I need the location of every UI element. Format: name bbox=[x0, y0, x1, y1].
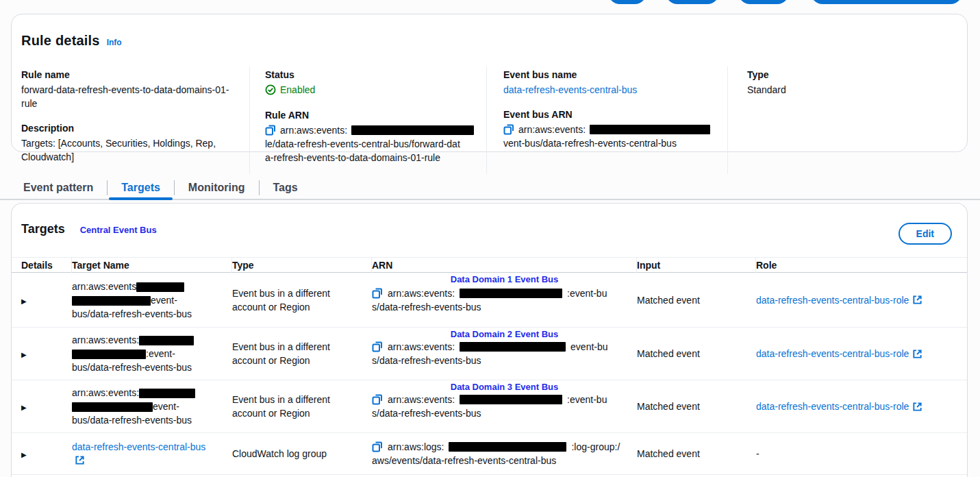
target-name-cell: arn:aws:events: event- bus/data-refresh-… bbox=[72, 386, 232, 427]
external-link-icon[interactable] bbox=[912, 349, 922, 359]
target-input-cell: Matched event bbox=[637, 295, 756, 306]
role-link[interactable]: data-refresh-events-central-bus-role bbox=[756, 295, 909, 306]
external-link-icon[interactable] bbox=[912, 402, 922, 412]
target-arn-cell: arn:aws:events::event-bu s/data-refresh-… bbox=[372, 286, 637, 314]
copy-icon[interactable] bbox=[265, 125, 276, 136]
column-rule-name-description: Rule name forward-data-refresh-events-to… bbox=[21, 66, 249, 174]
table-row: ▶ data-refresh-events-central-bus CloudW… bbox=[12, 433, 967, 475]
tab-event-pattern[interactable]: Event pattern bbox=[10, 175, 107, 200]
target-type-cell: Event bus in a different account or Regi… bbox=[232, 393, 372, 420]
redacted-text bbox=[460, 342, 566, 352]
column-header-target-name: Target Name bbox=[72, 257, 232, 273]
target-arn-cell: arn:aws:events::event-bu s/data-refresh-… bbox=[372, 393, 637, 420]
event-bus-name-link[interactable]: data-refresh-events-central-bus bbox=[503, 84, 637, 95]
event-bus-name-label: Event bus name bbox=[503, 68, 715, 82]
redacted-text bbox=[351, 125, 474, 135]
redacted-text bbox=[460, 395, 562, 404]
target-name-cell: data-refresh-events-central-bus bbox=[72, 440, 232, 467]
expand-row-button[interactable]: ▶ bbox=[21, 452, 27, 458]
column-event-bus: Event bus name data-refresh-events-centr… bbox=[486, 66, 727, 174]
target-arn-cell: arn:aws:logs::log-group:/ aws/events/dat… bbox=[372, 440, 637, 467]
column-header-details: Details bbox=[21, 257, 72, 273]
rule-details-title: Rule details bbox=[21, 33, 100, 49]
column-header-input: Input bbox=[637, 257, 756, 273]
redacted-text bbox=[139, 336, 194, 345]
external-link-icon[interactable] bbox=[75, 455, 85, 465]
column-header-type: Type bbox=[232, 257, 372, 273]
table-row: Data Domain 3 Event Bus ▶ arn:aws:events… bbox=[12, 380, 967, 433]
table-row: Data Domain 2 Event Bus ▶ arn:aws:events… bbox=[12, 328, 967, 380]
event-bus-arn-prefix: arn:aws:events: bbox=[518, 123, 586, 136]
targets-table: Details Target Name Type ARN Input Role … bbox=[12, 257, 967, 475]
status-badge: Enabled bbox=[265, 83, 315, 97]
targets-title: Targets bbox=[21, 222, 65, 236]
tab-tags[interactable]: Tags bbox=[260, 175, 312, 200]
table-header-row: Details Target Name Type ARN Input Role bbox=[12, 257, 967, 273]
target-role-cell: data-refresh-events-central-bus-role bbox=[756, 295, 967, 306]
column-header-arn: ARN bbox=[372, 257, 637, 273]
column-header-role: Role bbox=[756, 258, 967, 272]
rule-arn-line2: le/data-refresh-events-central-bus/forwa… bbox=[265, 137, 474, 151]
expand-row-button[interactable]: ▶ bbox=[21, 404, 27, 411]
annotation-data-domain-3: Data Domain 3 Event Bus bbox=[372, 382, 637, 392]
target-input-cell: Matched event bbox=[637, 401, 756, 412]
redacted-text bbox=[72, 402, 153, 412]
tab-targets[interactable]: Targets bbox=[108, 175, 174, 200]
target-name-link[interactable]: data-refresh-events-central-bus bbox=[72, 441, 205, 452]
cutoff-action-button-2[interactable] bbox=[666, 0, 719, 4]
external-link-icon[interactable] bbox=[912, 295, 922, 305]
copy-icon[interactable] bbox=[372, 288, 383, 299]
target-name-cell: arn:aws:events event- bus/data-refresh-e… bbox=[72, 280, 232, 321]
copy-icon[interactable] bbox=[372, 394, 383, 405]
cutoff-action-button-4[interactable] bbox=[811, 0, 962, 4]
copy-icon[interactable] bbox=[503, 124, 514, 135]
column-status-arn: Status Enabled Rule ARN arn:aws:events: … bbox=[249, 66, 486, 174]
type-value: Standard bbox=[747, 83, 955, 97]
tab-monitoring[interactable]: Monitoring bbox=[175, 175, 259, 200]
rule-arn-prefix: arn:aws:events: bbox=[280, 123, 347, 137]
status-value: Enabled bbox=[280, 83, 315, 97]
redacted-text bbox=[136, 282, 184, 292]
targets-panel: Targets Central Event Bus Edit Details T… bbox=[11, 203, 968, 477]
description-label: Description bbox=[21, 121, 237, 135]
target-type-cell: Event bus in a different account or Regi… bbox=[232, 286, 372, 314]
annotation-data-domain-2: Data Domain 2 Event Bus bbox=[372, 329, 637, 339]
edit-button[interactable]: Edit bbox=[899, 223, 952, 245]
rule-details-grid: Rule name forward-data-refresh-events-to… bbox=[21, 66, 967, 174]
target-arn-cell: arn:aws:events:event-bu s/data-refresh-e… bbox=[372, 340, 637, 367]
target-type-cell: Event bus in a different account or Regi… bbox=[232, 340, 372, 367]
cutoff-action-button-1[interactable] bbox=[608, 0, 646, 4]
expand-row-button[interactable]: ▶ bbox=[21, 352, 27, 358]
status-label: Status bbox=[265, 68, 474, 82]
target-type-cell: CloudWatch log group bbox=[232, 447, 372, 461]
role-link[interactable]: data-refresh-events-central-bus-role bbox=[756, 348, 909, 359]
rule-arn-line3: a-refresh-events-to-data-domains-01-rule bbox=[265, 151, 474, 164]
target-input-cell: Matched event bbox=[637, 348, 756, 359]
enabled-check-icon bbox=[265, 84, 276, 95]
cutoff-action-button-3[interactable] bbox=[738, 0, 789, 4]
target-role-cell: data-refresh-events-central-bus-role bbox=[756, 348, 967, 359]
role-link[interactable]: data-refresh-events-central-bus-role bbox=[756, 401, 909, 412]
rule-arn-label: Rule ARN bbox=[265, 108, 474, 122]
description-value: Targets: [Accounts, Securities, Holdings… bbox=[21, 136, 237, 164]
annotation-central-event-bus: Central Event Bus bbox=[80, 225, 157, 235]
rule-details-panel: Rule details Info Rule name forward-data… bbox=[11, 14, 968, 152]
column-type: Type Standard bbox=[727, 66, 967, 174]
redacted-text bbox=[460, 289, 562, 298]
type-label: Type bbox=[747, 68, 955, 82]
expand-row-button[interactable]: ▶ bbox=[21, 298, 27, 305]
rule-name-label: Rule name bbox=[21, 68, 237, 82]
copy-icon[interactable] bbox=[372, 341, 383, 352]
rule-name-value: forward-data-refresh-events-to-data-doma… bbox=[21, 83, 237, 110]
info-link[interactable]: Info bbox=[107, 38, 122, 47]
event-bus-arn-label: Event bus ARN bbox=[503, 108, 715, 121]
target-name-cell: arn:aws:events: :event- bus/data-refresh… bbox=[72, 333, 232, 374]
redacted-text bbox=[139, 389, 195, 398]
annotation-data-domain-1: Data Domain 1 Event Bus bbox=[372, 274, 637, 284]
redacted-text bbox=[449, 442, 566, 452]
redacted-text bbox=[72, 296, 151, 306]
table-row: Data Domain 1 Event Bus ▶ arn:aws:events… bbox=[12, 273, 967, 328]
redacted-text bbox=[590, 125, 710, 134]
target-input-cell: Matched event bbox=[637, 448, 756, 459]
copy-icon[interactable] bbox=[372, 441, 383, 452]
